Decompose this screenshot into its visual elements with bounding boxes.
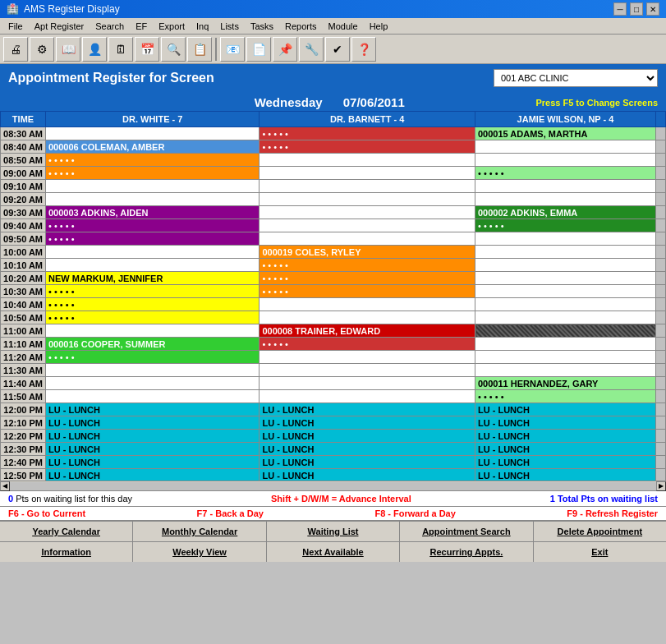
calendar-cell[interactable] bbox=[260, 377, 475, 390]
calendar-cell[interactable] bbox=[46, 180, 260, 193]
calendar-cell[interactable]: 000003 ADKINS, AIDEN bbox=[46, 206, 260, 219]
calendar-cell[interactable]: • • • • • bbox=[46, 167, 260, 180]
calendar-cell[interactable]: LU - LUNCH bbox=[475, 416, 656, 430]
calendar-cell[interactable]: LU - LUNCH bbox=[260, 403, 475, 416]
calendar-cell[interactable]: • • • • • bbox=[475, 219, 656, 232]
calendar-cell[interactable] bbox=[46, 324, 260, 338]
calendar-cell[interactable]: • • • • • bbox=[46, 154, 260, 167]
toolbar-book[interactable]: 📖 bbox=[56, 37, 80, 62]
calendar-cell[interactable]: LU - LUNCH bbox=[260, 443, 475, 456]
calendar-cell[interactable]: • • • • • bbox=[46, 232, 260, 246]
calendar-cell[interactable] bbox=[260, 351, 475, 364]
menu-ef[interactable]: EF bbox=[131, 20, 152, 33]
calendar-cell[interactable] bbox=[46, 259, 260, 272]
calendar-cell[interactable]: • • • • • bbox=[260, 338, 475, 351]
maximize-button[interactable]: □ bbox=[630, 2, 643, 16]
calendar-cell[interactable]: LU - LUNCH bbox=[260, 456, 475, 469]
calendar-cell[interactable] bbox=[260, 390, 475, 403]
calendar-cell[interactable] bbox=[260, 364, 475, 377]
calendar-cell[interactable] bbox=[260, 167, 475, 180]
calendar-cell[interactable]: LU - LUNCH bbox=[260, 430, 475, 443]
nav-next-available[interactable]: Next Available bbox=[267, 542, 400, 562]
clinic-select[interactable]: 001 ABC CLINIC bbox=[494, 69, 658, 87]
nav-waiting-list[interactable]: Waiting List bbox=[267, 522, 400, 541]
toolbar-check[interactable]: ✔ bbox=[325, 37, 350, 62]
nav-recurring-appts[interactable]: Recurring Appts. bbox=[400, 542, 533, 562]
calendar-cell[interactable] bbox=[260, 180, 475, 193]
nav-weekly-view[interactable]: Weekly View bbox=[133, 542, 266, 562]
calendar-cell[interactable] bbox=[475, 298, 656, 311]
menu-module[interactable]: Module bbox=[324, 20, 363, 33]
toolbar-calendar[interactable]: 🗓 bbox=[108, 37, 133, 62]
calendar-cell[interactable] bbox=[475, 232, 656, 246]
calendar-cell[interactable]: • • • • • bbox=[46, 285, 260, 298]
calendar-cell[interactable]: • • • • • bbox=[475, 167, 656, 180]
calendar-cell[interactable] bbox=[260, 154, 475, 167]
calendar-cell[interactable] bbox=[475, 246, 656, 259]
calendar-cell[interactable]: 000006 COLEMAN, AMBER bbox=[46, 140, 260, 154]
calendar-cell[interactable] bbox=[46, 390, 260, 403]
calendar-cell[interactable]: 000011 HERNANDEZ, GARY bbox=[475, 377, 656, 390]
calendar-cell[interactable]: • • • • • bbox=[260, 272, 475, 285]
calendar-cell[interactable]: LU - LUNCH bbox=[46, 443, 260, 456]
calendar-cell[interactable] bbox=[475, 285, 656, 298]
calendar-cell[interactable]: LU - LUNCH bbox=[475, 469, 656, 481]
calendar-cell[interactable]: • • • • • bbox=[46, 298, 260, 311]
calendar-cell[interactable]: • • • • • bbox=[46, 219, 260, 232]
clinic-dropdown[interactable]: 001 ABC CLINIC bbox=[494, 69, 658, 87]
calendar-cell[interactable]: LU - LUNCH bbox=[46, 456, 260, 469]
minimize-button[interactable]: ─ bbox=[613, 2, 627, 16]
menu-tasks[interactable]: Tasks bbox=[246, 20, 278, 33]
nav-yearly-calendar[interactable]: Yearly Calendar bbox=[0, 522, 133, 541]
calendar-cell[interactable]: 000016 COOPER, SUMMER bbox=[46, 338, 260, 351]
calendar-cell[interactable]: 000015 ADAMS, MARTHA bbox=[475, 127, 656, 140]
calendar-cell[interactable] bbox=[260, 311, 475, 324]
calendar-cell[interactable] bbox=[475, 259, 656, 272]
toolbar-doc[interactable]: 📄 bbox=[246, 37, 271, 62]
calendar-cell[interactable]: • • • • • bbox=[260, 285, 475, 298]
calendar-cell[interactable] bbox=[46, 377, 260, 390]
calendar-cell[interactable]: • • • • • bbox=[475, 390, 656, 403]
toolbar-search[interactable]: 🔍 bbox=[161, 37, 186, 62]
calendar-cell[interactable]: 000002 ADKINS, EMMA bbox=[475, 206, 656, 219]
toolbar-tool[interactable]: 🔧 bbox=[299, 37, 324, 62]
nav-appointment-search[interactable]: Appointment Search bbox=[400, 522, 533, 541]
calendar-cell[interactable]: LU - LUNCH bbox=[475, 456, 656, 469]
calendar-cell[interactable]: • • • • • bbox=[46, 351, 260, 364]
calendar-cell[interactable]: LU - LUNCH bbox=[475, 430, 656, 443]
scroll-right-btn[interactable]: ▶ bbox=[656, 481, 666, 491]
calendar-cell[interactable]: LU - LUNCH bbox=[475, 403, 656, 416]
toolbar-help[interactable]: ❓ bbox=[351, 37, 376, 62]
toolbar-settings[interactable]: ⚙ bbox=[30, 37, 54, 62]
calendar-cell[interactable]: • • • • • bbox=[46, 311, 260, 324]
calendar-cell[interactable] bbox=[475, 351, 656, 364]
calendar-cell[interactable]: NEW MARKUM, JENNIFER bbox=[46, 272, 260, 285]
menu-reports[interactable]: Reports bbox=[280, 20, 322, 33]
toolbar-email[interactable]: 📧 bbox=[220, 37, 245, 62]
calendar-cell[interactable] bbox=[475, 272, 656, 285]
menu-search[interactable]: Search bbox=[90, 20, 129, 33]
calendar-cell[interactable]: • • • • • bbox=[260, 127, 475, 140]
calendar-cell[interactable]: LU - LUNCH bbox=[475, 443, 656, 456]
calendar-cell[interactable] bbox=[46, 193, 260, 206]
toolbar-print[interactable]: 🖨 bbox=[3, 37, 28, 62]
calendar-cell[interactable]: LU - LUNCH bbox=[260, 416, 475, 430]
calendar-cell[interactable] bbox=[260, 193, 475, 206]
menu-inq[interactable]: Inq bbox=[191, 20, 214, 33]
menu-help[interactable]: Help bbox=[365, 20, 393, 33]
calendar-cell[interactable]: LU - LUNCH bbox=[46, 403, 260, 416]
calendar-cell[interactable] bbox=[475, 154, 656, 167]
menu-file[interactable]: File bbox=[3, 20, 28, 33]
nav-information[interactable]: Information bbox=[0, 542, 133, 562]
calendar-cell[interactable] bbox=[260, 232, 475, 246]
scroll-left-btn[interactable]: ◀ bbox=[0, 481, 10, 491]
menu-export[interactable]: Export bbox=[154, 20, 190, 33]
calendar-cell[interactable]: LU - LUNCH bbox=[260, 469, 475, 481]
close-button[interactable]: ✕ bbox=[646, 2, 659, 16]
calendar-cell[interactable]: 000019 COLES, RYLEY bbox=[260, 246, 475, 259]
toolbar-clip[interactable]: 📋 bbox=[187, 37, 212, 62]
toolbar-pin[interactable]: 📌 bbox=[273, 37, 297, 62]
calendar-cell[interactable] bbox=[475, 324, 656, 338]
nav-delete-appointment[interactable]: Delete Appointment bbox=[534, 522, 666, 541]
nav-monthly-calendar[interactable]: Monthly Calendar bbox=[133, 522, 266, 541]
